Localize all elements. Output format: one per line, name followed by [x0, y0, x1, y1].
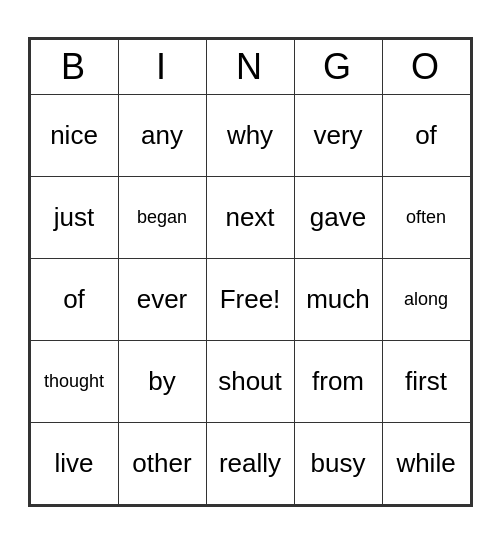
cell-r2c4: gave	[294, 177, 382, 259]
cell-r4c5: first	[382, 341, 470, 423]
cell-r4c2: by	[118, 341, 206, 423]
cell-r3c5: along	[382, 259, 470, 341]
cell-r2c1: just	[30, 177, 118, 259]
header-g: G	[294, 40, 382, 95]
cell-r3c1: of	[30, 259, 118, 341]
table-row: nice any why very of	[30, 95, 470, 177]
cell-r1c1: nice	[30, 95, 118, 177]
cell-r5c5: while	[382, 423, 470, 505]
cell-r3c3: Free!	[206, 259, 294, 341]
header-n: N	[206, 40, 294, 95]
cell-r5c3: really	[206, 423, 294, 505]
bingo-table: B I N G O nice any why very of just bega…	[30, 39, 471, 505]
cell-r5c4: busy	[294, 423, 382, 505]
header-o: O	[382, 40, 470, 95]
table-row: just began next gave often	[30, 177, 470, 259]
table-row: of ever Free! much along	[30, 259, 470, 341]
bingo-card: B I N G O nice any why very of just bega…	[28, 37, 473, 507]
cell-r5c1: live	[30, 423, 118, 505]
cell-r4c4: from	[294, 341, 382, 423]
cell-r3c4: much	[294, 259, 382, 341]
cell-r1c3: why	[206, 95, 294, 177]
cell-r2c3: next	[206, 177, 294, 259]
table-row: thought by shout from first	[30, 341, 470, 423]
cell-r1c2: any	[118, 95, 206, 177]
cell-r2c2: began	[118, 177, 206, 259]
cell-r5c2: other	[118, 423, 206, 505]
cell-r1c5: of	[382, 95, 470, 177]
cell-r3c2: ever	[118, 259, 206, 341]
cell-r4c3: shout	[206, 341, 294, 423]
cell-r2c5: often	[382, 177, 470, 259]
table-row: live other really busy while	[30, 423, 470, 505]
header-b: B	[30, 40, 118, 95]
cell-r4c1: thought	[30, 341, 118, 423]
header-row: B I N G O	[30, 40, 470, 95]
header-i: I	[118, 40, 206, 95]
cell-r1c4: very	[294, 95, 382, 177]
